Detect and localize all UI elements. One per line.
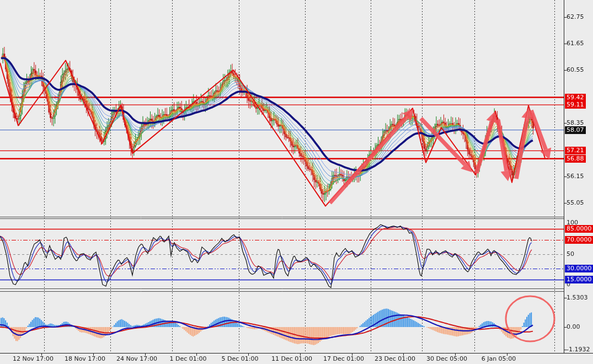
chart-canvas[interactable] xyxy=(0,0,593,364)
stoch-axis-label: 50 xyxy=(567,250,574,258)
price-axis-label: 61.65 xyxy=(567,40,584,47)
time-axis-label: 1 Dec 01:00 xyxy=(170,355,207,363)
time-axis-label: 6 Jan 05:00 xyxy=(482,355,516,363)
price-badge: 59.11 xyxy=(565,101,586,109)
macd-axis-label: 1.5303 xyxy=(567,294,588,302)
time-axis-label: 23 Dec 01:00 xyxy=(375,355,415,363)
stoch-badge: 30.0000 xyxy=(565,265,593,272)
time-axis-label: 24 Nov 17:00 xyxy=(116,355,157,363)
time-axis-label: 17 Dec 01:00 xyxy=(323,355,364,363)
time-axis-label: 12 Nov 17:00 xyxy=(13,355,54,363)
stoch-badge: 15.0000 xyxy=(565,276,593,283)
price-badge: 57.21 xyxy=(565,147,586,154)
time-axis-label: 30 Dec 05:00 xyxy=(426,355,467,363)
time-axis-label: 5 Dec 01:00 xyxy=(222,355,259,363)
stoch-badge: 85.0000 xyxy=(565,225,593,233)
price-badge: 58.07 xyxy=(565,126,586,134)
price-axis-label: 55.05 xyxy=(567,199,584,207)
time-axis-label: 18 Nov 17:00 xyxy=(65,355,105,363)
time-axis-label: 11 Dec 01:00 xyxy=(271,355,312,363)
price-axis-label: 60.55 xyxy=(567,66,584,74)
price-axis-label: 56.15 xyxy=(567,173,584,180)
macd-axis-label: 0.00 xyxy=(567,323,580,331)
trading-chart-window: 62.7561.6560.5558.3556.1555.0559.4259.11… xyxy=(0,0,593,364)
price-badge: 56.88 xyxy=(565,155,586,163)
macd-axis-label: -1.1932 xyxy=(567,346,590,354)
price-badge: 59.42 xyxy=(565,94,586,101)
price-axis-label: 62.75 xyxy=(567,13,584,21)
stoch-badge: 70.0000 xyxy=(565,236,593,244)
